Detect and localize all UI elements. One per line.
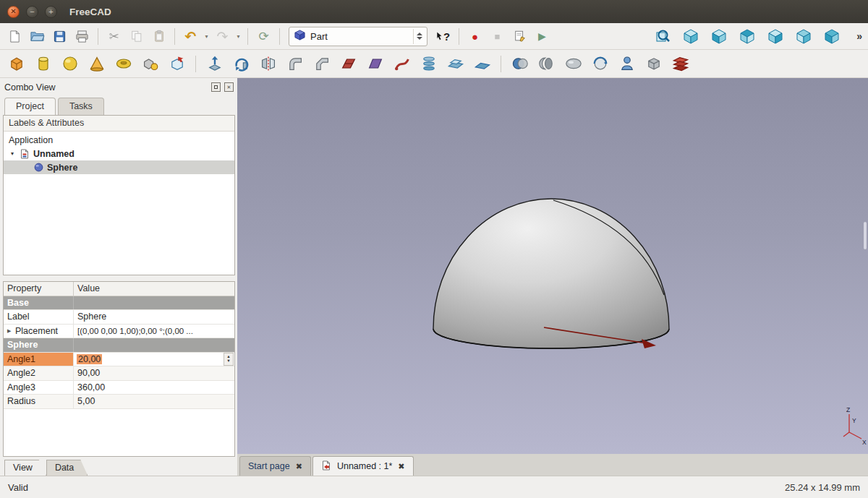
workbench-selector[interactable]: Part [289, 27, 427, 46]
spin-down-icon[interactable]: ▼ [226, 359, 230, 364]
window-close-button[interactable]: ✕ [7, 6, 20, 18]
toolbar-overflow-button[interactable]: » [856, 30, 862, 42]
property-row-placement[interactable]: ▶Placement [(0,00 0,00 1,00);0,00 °;(0,0… [4, 325, 234, 339]
property-row-angle2[interactable]: Angle2 90,00 [4, 366, 234, 381]
close-tab-icon[interactable]: ✖ [296, 462, 302, 471]
check-geometry-button[interactable] [615, 51, 639, 76]
property-name-angle1[interactable]: Angle1 [4, 353, 74, 366]
cross-sections-button[interactable] [668, 51, 692, 76]
tree-item-sphere[interactable]: Sphere [4, 160, 234, 174]
titlebar[interactable]: ✕ − + FreeCAD [0, 0, 868, 23]
right-view-button[interactable] [765, 26, 786, 46]
fillet-button[interactable] [283, 51, 307, 76]
sphere-button[interactable] [58, 51, 82, 76]
paste-button[interactable] [148, 26, 169, 46]
tab-view[interactable]: View [4, 460, 46, 476]
tab-start-page[interactable]: Start page ✖ [239, 456, 311, 476]
tab-project[interactable]: Project [4, 98, 56, 115]
axonometric-view-button[interactable] [680, 26, 701, 46]
workbench-dropdown-arrows[interactable] [413, 29, 425, 44]
3d-viewport[interactable]: Z Y X [237, 78, 868, 454]
property-column-header[interactable]: Property [4, 282, 74, 296]
undo-button[interactable]: ↶ [180, 26, 201, 46]
compound-button[interactable] [642, 51, 665, 76]
rear-view-button[interactable] [793, 26, 814, 46]
offset-button[interactable] [443, 51, 467, 76]
cut-boolean-button[interactable] [535, 51, 558, 76]
sweep-button[interactable] [390, 51, 414, 76]
property-row-angle3[interactable]: Angle3 360,00 [4, 381, 234, 395]
property-name-label[interactable]: Label [4, 310, 74, 324]
whats-this-button[interactable]: ? [433, 26, 454, 46]
property-row-label[interactable]: Label Sphere [4, 310, 234, 325]
property-row-radius[interactable]: Radius 5,00 [4, 395, 234, 409]
make-face-button[interactable] [363, 51, 387, 76]
ruled-surface-button[interactable] [336, 51, 360, 76]
boolean-button[interactable] [508, 51, 532, 76]
tab-tasks[interactable]: Tasks [58, 98, 104, 115]
loft-button[interactable] [417, 51, 441, 76]
viewport-scrollbar-thumb[interactable] [863, 221, 867, 250]
tab-unnamed-document[interactable]: Unnamed : 1* ✖ [312, 456, 414, 476]
sphere-solid[interactable] [433, 199, 669, 348]
extrude-button[interactable] [203, 51, 226, 76]
tree-expander-icon[interactable]: ▾ [9, 150, 16, 157]
property-value-label[interactable]: Sphere [74, 310, 234, 324]
tree-item-application[interactable]: Application [4, 133, 234, 147]
window-maximize-button[interactable]: + [45, 6, 57, 18]
tab-data[interactable]: Data [46, 460, 88, 476]
thickness-button[interactable] [470, 51, 494, 76]
refresh-button[interactable]: ⟳ [253, 26, 274, 46]
macro-play-button[interactable]: ▶ [532, 26, 553, 46]
macro-record-button[interactable]: ● [464, 26, 485, 46]
cone-button[interactable] [85, 51, 109, 76]
property-value-placement[interactable]: [(0,00 0,00 1,00);0,00 °;(0,00 ... [74, 325, 234, 338]
tree-item-document[interactable]: ▾ Unnamed [4, 147, 234, 160]
property-name-angle3[interactable]: Angle3 [4, 381, 74, 395]
property-row-angle1[interactable]: Angle1 20,00 ▲ ▼ [4, 353, 234, 367]
top-view-button[interactable] [736, 26, 757, 46]
cylinder-button[interactable] [31, 51, 55, 76]
redo-button[interactable]: ↷ [212, 26, 233, 46]
property-value-angle3[interactable]: 360,00 [74, 381, 234, 395]
close-tab-icon[interactable]: ✖ [398, 462, 404, 471]
angle1-value-editor[interactable]: 20,00 ▲ ▼ [74, 353, 234, 366]
torus-button[interactable] [111, 51, 135, 76]
revolve-button[interactable] [229, 51, 253, 76]
create-primitives-button[interactable] [138, 51, 162, 76]
box-button[interactable] [4, 51, 28, 76]
combo-view-header[interactable]: Combo View ✕ [3, 80, 235, 94]
redo-dropdown-arrow[interactable]: ▾ [234, 33, 242, 40]
union-button[interactable] [561, 51, 585, 76]
property-name-radius[interactable]: Radius [4, 395, 74, 408]
angle1-spinner[interactable]: ▲ ▼ [224, 353, 234, 366]
panel-float-button[interactable] [211, 82, 221, 92]
angle1-value-text[interactable]: 20,00 [77, 354, 102, 364]
window-minimize-button[interactable]: − [26, 6, 38, 18]
chamfer-button[interactable] [310, 51, 333, 76]
undo-dropdown-arrow[interactable]: ▾ [203, 33, 210, 40]
macro-edit-button[interactable] [509, 26, 530, 46]
shape-builder-button[interactable] [165, 51, 189, 76]
save-document-button[interactable] [49, 26, 70, 46]
macro-stop-button[interactable]: ■ [487, 26, 508, 46]
open-document-button[interactable] [27, 26, 48, 46]
fit-all-button[interactable] [652, 26, 673, 46]
bottom-view-button[interactable] [821, 26, 842, 46]
copy-button[interactable] [126, 26, 147, 46]
panel-close-button[interactable]: ✕ [224, 82, 234, 92]
property-name-angle2[interactable]: Angle2 [4, 366, 74, 380]
placement-expander-icon[interactable]: ▶ [7, 328, 15, 334]
new-document-button[interactable] [4, 26, 25, 46]
property-value-radius[interactable]: 5,00 [74, 395, 234, 408]
property-group-base[interactable]: Base [4, 296, 234, 311]
property-name-placement[interactable]: ▶Placement [4, 325, 74, 338]
cut-button[interactable]: ✂ [103, 26, 124, 46]
property-group-sphere[interactable]: Sphere [4, 338, 234, 353]
mirror-button[interactable] [256, 51, 280, 76]
property-value-angle2[interactable]: 90,00 [74, 366, 234, 380]
front-view-button[interactable] [708, 26, 729, 46]
intersection-button[interactable] [588, 51, 612, 76]
print-button[interactable] [72, 26, 93, 46]
value-column-header[interactable]: Value [74, 282, 234, 296]
